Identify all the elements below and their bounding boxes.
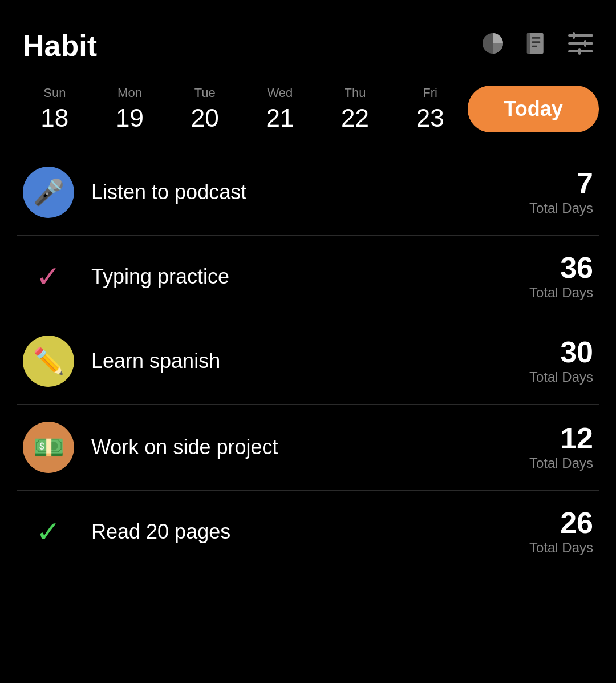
- calendar-day-tue[interactable]: Tue 20: [167, 86, 242, 132]
- habit-count-reading: 26: [529, 508, 593, 537]
- habit-stats-typing: 36 Total Days: [529, 253, 593, 301]
- day-number-sun: 18: [40, 104, 68, 132]
- day-number-thu: 22: [341, 104, 369, 132]
- habit-total-label-podcast: Total Days: [529, 200, 593, 216]
- calendar-day-fri[interactable]: Fri 23: [392, 86, 468, 132]
- habit-count-sideproject: 12: [529, 423, 593, 453]
- svg-rect-2: [527, 33, 530, 53]
- filter-icon[interactable]: [568, 32, 593, 60]
- habit-item-reading[interactable]: ✓ Read 20 pages 26 Total Days: [17, 491, 599, 573]
- habit-name-reading: Read 20 pages: [91, 520, 529, 544]
- habit-stats-reading: 26 Total Days: [529, 508, 593, 556]
- svg-rect-6: [568, 34, 593, 37]
- calendar-strip: Sun 18 Mon 19 Tue 20 Wed 21 Thu 22 Fri 2…: [0, 80, 616, 149]
- day-number-mon: 19: [116, 104, 144, 132]
- day-label-wed: Wed: [267, 86, 293, 100]
- habit-total-label-reading: Total Days: [529, 540, 593, 556]
- habit-name-sideproject: Work on side project: [91, 435, 529, 459]
- habit-name-spanish: Learn spanish: [91, 349, 529, 373]
- calendar-day-sun[interactable]: Sun 18: [17, 86, 92, 132]
- svg-rect-9: [573, 32, 575, 39]
- habit-name-podcast: Listen to podcast: [91, 180, 529, 204]
- habit-name-typing: Typing practice: [91, 265, 529, 289]
- habit-count-spanish: 30: [529, 337, 593, 367]
- calendar-day-wed[interactable]: Wed 21: [242, 86, 318, 132]
- svg-rect-5: [532, 45, 537, 47]
- svg-rect-11: [578, 48, 581, 55]
- app-title: Habit: [23, 29, 97, 63]
- day-label-mon: Mon: [117, 86, 142, 100]
- habit-count-typing: 36: [529, 253, 593, 282]
- day-number-tue: 20: [191, 104, 219, 132]
- habit-icon-podcast: 🎤: [23, 167, 74, 218]
- habit-total-label-spanish: Total Days: [529, 369, 593, 385]
- svg-rect-4: [532, 41, 541, 43]
- habit-total-label-sideproject: Total Days: [529, 455, 593, 471]
- calendar-day-mon[interactable]: Mon 19: [92, 86, 168, 132]
- header: Habit: [0, 0, 616, 80]
- habit-icon-typing: ✓: [23, 260, 74, 294]
- day-label-sun: Sun: [43, 86, 66, 100]
- habit-item-sideproject[interactable]: 💵 Work on side project 12 Total Days: [17, 405, 599, 491]
- habits-list: 🎤 Listen to podcast 7 Total Days ✓ Typin…: [0, 149, 616, 573]
- habit-icon-sideproject: 💵: [23, 422, 74, 473]
- habit-item-typing[interactable]: ✓ Typing practice 36 Total Days: [17, 236, 599, 318]
- habit-stats-spanish: 30 Total Days: [529, 337, 593, 385]
- habit-item-podcast[interactable]: 🎤 Listen to podcast 7 Total Days: [17, 149, 599, 236]
- day-number-wed: 21: [266, 104, 294, 132]
- journal-icon[interactable]: [525, 32, 548, 60]
- habit-stats-podcast: 7 Total Days: [529, 168, 593, 216]
- svg-rect-10: [584, 40, 586, 47]
- day-label-thu: Thu: [345, 86, 366, 100]
- habit-icon-spanish: ✏️: [23, 336, 74, 387]
- day-number-fri: 23: [416, 104, 444, 132]
- day-label-tue: Tue: [194, 86, 216, 100]
- day-label-fri: Fri: [423, 86, 437, 100]
- svg-rect-7: [568, 42, 593, 45]
- svg-rect-1: [529, 33, 543, 53]
- habit-total-label-typing: Total Days: [529, 285, 593, 301]
- habit-count-podcast: 7: [529, 168, 593, 198]
- header-icons: [481, 32, 593, 60]
- habit-icon-reading: ✓: [23, 515, 74, 549]
- habit-item-spanish[interactable]: ✏️ Learn spanish 30 Total Days: [17, 318, 599, 405]
- today-button[interactable]: Today: [468, 86, 599, 132]
- svg-rect-3: [532, 37, 541, 39]
- habit-stats-sideproject: 12 Total Days: [529, 423, 593, 471]
- pie-chart-icon[interactable]: [481, 32, 504, 60]
- calendar-day-thu[interactable]: Thu 22: [318, 86, 393, 132]
